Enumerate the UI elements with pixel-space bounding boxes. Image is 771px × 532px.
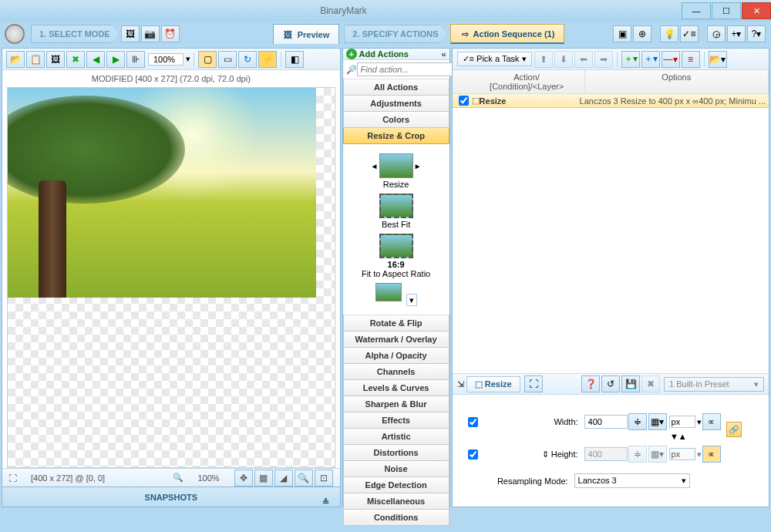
- terminal-icon[interactable]: ▣: [613, 25, 631, 42]
- remove-icon[interactable]: —▾: [662, 51, 680, 68]
- close-button[interactable]: ✕: [742, 2, 771, 19]
- list-red-icon[interactable]: ≡: [682, 51, 700, 68]
- add-green-icon[interactable]: ＋▾: [621, 51, 640, 68]
- action-resize[interactable]: Resize: [345, 153, 448, 189]
- height-calc-icon[interactable]: ▦▾: [648, 446, 667, 463]
- resample-combo[interactable]: Lanczos 3▾: [574, 473, 690, 488]
- action-fit-aspect[interactable]: 16:9 Fit to Aspect Ratio: [345, 234, 448, 278]
- top-toolbar: 1. SELECT MODE 🖼 📷 ⏰ 🖼Preview 2. SPECIFY…: [0, 22, 771, 46]
- action-best-fit[interactable]: Best Fit: [345, 194, 448, 229]
- sequence-toolbar: ✓≡ Pick a Task ▾ ⬆ ⬇ ⬅ ➡ ＋▾ ＋▾ —▾ ≡ 📂▾: [453, 49, 769, 70]
- row-checkbox[interactable]: [459, 96, 469, 106]
- zoom-dropdown-icon[interactable]: ▾: [186, 54, 190, 64]
- add-actions-button[interactable]: +Add Actions: [346, 49, 409, 59]
- plus-icon[interactable]: +▾: [727, 25, 746, 42]
- move-right-icon[interactable]: ➡: [594, 51, 613, 68]
- ruler-icon[interactable]: ◢: [274, 470, 293, 487]
- settings-gear-icon[interactable]: [5, 24, 25, 44]
- move-up-icon[interactable]: ⬆: [534, 51, 553, 68]
- lock-icon[interactable]: ⊡: [315, 470, 333, 487]
- width-calc-icon[interactable]: ▦▾: [648, 413, 667, 430]
- step-specify-actions[interactable]: 2. SPECIFY ACTIONS: [344, 25, 446, 43]
- step-select-mode[interactable]: 1. SELECT MODE: [31, 25, 119, 43]
- props-save-icon[interactable]: 💾: [621, 375, 640, 392]
- width-spinner-icon[interactable]: ≑: [628, 413, 647, 430]
- clock-icon-button[interactable]: ⏰: [161, 25, 180, 42]
- cat-noise[interactable]: Noise: [343, 461, 449, 477]
- props-undo-icon[interactable]: ↺: [601, 375, 620, 392]
- height-infinity-icon[interactable]: ∝: [702, 446, 721, 463]
- zoom-combo[interactable]: 100%: [148, 53, 183, 66]
- add-blue-icon[interactable]: ＋▾: [641, 51, 660, 68]
- cat-rotate-flip[interactable]: Rotate & Flip: [343, 315, 449, 332]
- cat-channels[interactable]: Channels: [343, 364, 449, 380]
- bulb-icon[interactable]: 💡: [660, 25, 678, 42]
- action-sequence-tab[interactable]: ⇨ Action Sequence (1): [450, 24, 565, 44]
- fit-icon[interactable]: ▢: [198, 51, 217, 68]
- help-icon[interactable]: ?▾: [747, 25, 766, 42]
- height-checkbox[interactable]: [468, 450, 478, 460]
- camera-icon-button[interactable]: 📷: [141, 25, 160, 42]
- paste-icon[interactable]: 📋: [26, 51, 45, 68]
- maximize-button[interactable]: ☐: [712, 2, 741, 19]
- pick-task-button[interactable]: ✓≡ Pick a Task ▾: [457, 52, 532, 66]
- flash-icon[interactable]: ⚡: [258, 51, 277, 68]
- snapshots-bar[interactable]: SNAPSHOTS ≙: [2, 487, 340, 507]
- minimize-button[interactable]: —: [682, 2, 711, 19]
- compare-icon[interactable]: ◧: [285, 51, 304, 68]
- plus-green-icon: +: [346, 49, 357, 59]
- next-icon[interactable]: ▶: [106, 51, 125, 68]
- histogram-icon[interactable]: ⊪: [126, 51, 145, 68]
- shuffle-icon[interactable]: ✖: [66, 51, 85, 68]
- feed-icon[interactable]: ◶: [707, 25, 726, 42]
- arrow-icon: ⇨: [460, 29, 471, 39]
- cat-edge[interactable]: Edge Detection: [343, 477, 449, 493]
- action-more[interactable]: ▾: [345, 283, 448, 305]
- cat-alpha[interactable]: Alpha / Opacity: [343, 348, 449, 364]
- height-spinner-icon[interactable]: ≑: [628, 446, 647, 463]
- width-unit[interactable]: [669, 416, 695, 428]
- search-icon[interactable]: 🔍: [295, 470, 313, 487]
- cat-resize-crop[interactable]: Resize & Crop: [343, 128, 449, 144]
- folder-icon[interactable]: 📂▾: [709, 51, 727, 68]
- preview-tab[interactable]: 🖼Preview: [273, 24, 340, 44]
- cat-adjustments[interactable]: Adjustments: [343, 96, 449, 112]
- actual-icon[interactable]: ▭: [218, 51, 237, 68]
- width-infinity-icon[interactable]: ∝: [702, 413, 721, 430]
- cat-distortions[interactable]: Distortions: [343, 445, 449, 461]
- cat-watermark[interactable]: Watermark / Overlay: [343, 332, 449, 348]
- cat-colors[interactable]: Colors: [343, 112, 449, 128]
- move-down-icon[interactable]: ⬇: [554, 51, 573, 68]
- mode-icon-button[interactable]: 🖼: [121, 25, 140, 42]
- image-icon-button[interactable]: 🖼: [46, 51, 65, 68]
- props-collapse-icon[interactable]: ⇲: [457, 379, 464, 389]
- preset-combo[interactable]: 1 Built-in Preset ▾: [664, 377, 764, 392]
- cat-all-actions[interactable]: All Actions: [343, 79, 449, 96]
- more-dropdown-icon[interactable]: ▾: [406, 294, 417, 306]
- collapse-icon[interactable]: «: [441, 49, 446, 59]
- checklist-icon[interactable]: ✓≡: [680, 25, 699, 42]
- open-icon[interactable]: 📂: [6, 51, 25, 68]
- grid-icon[interactable]: ▦: [254, 470, 273, 487]
- move-left-icon[interactable]: ⬅: [574, 51, 593, 68]
- width-input[interactable]: [584, 415, 628, 429]
- cat-artistic[interactable]: Artistic: [343, 429, 449, 445]
- props-help-icon[interactable]: ❓: [581, 375, 600, 392]
- height-unit: [669, 448, 695, 460]
- refresh-icon[interactable]: ↻: [238, 51, 257, 68]
- cat-misc[interactable]: Miscellaneous: [343, 493, 449, 510]
- width-checkbox[interactable]: [468, 417, 478, 427]
- cat-levels[interactable]: Levels & Curves: [343, 380, 449, 396]
- canvas[interactable]: [7, 87, 335, 468]
- link-dimensions-icon[interactable]: 🔗: [726, 422, 742, 437]
- pan-icon[interactable]: ✥: [234, 470, 253, 487]
- cat-conditions[interactable]: Conditions: [343, 510, 449, 526]
- globe-icon[interactable]: ⊕: [633, 25, 651, 42]
- cat-sharpen[interactable]: Sharpen & Blur: [343, 396, 449, 412]
- props-delete-icon[interactable]: ✖: [641, 375, 660, 392]
- prev-icon[interactable]: ◀: [86, 51, 105, 68]
- props-tab-resize[interactable]: ⬚ Resize: [466, 376, 520, 392]
- cat-effects[interactable]: Effects: [343, 412, 449, 429]
- props-expand-icon[interactable]: ⛶: [524, 375, 543, 392]
- sequence-row-resize[interactable]: ⬚ Resize Lanczos 3 Resize to 400 px x ∞4…: [453, 94, 769, 108]
